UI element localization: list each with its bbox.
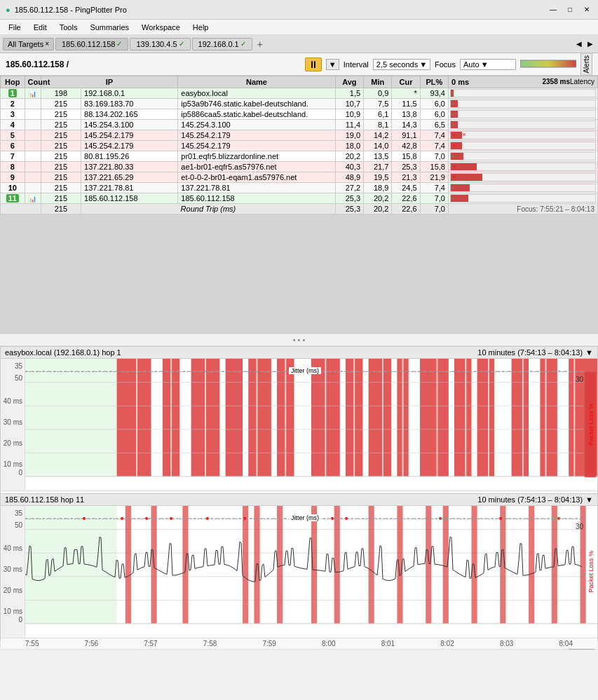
hop-avg: 20,2 <box>335 151 363 162</box>
hop-cur: 42,8 <box>392 141 420 151</box>
tab-185[interactable]: 185.60.112.158 ✓ <box>55 38 128 50</box>
tab-prev-arrow[interactable]: ◀ <box>574 38 584 50</box>
hop-latency-bar: × <box>448 141 597 151</box>
hop-min: 21,7 <box>364 162 392 172</box>
hop-latency-bar: × <box>448 162 597 172</box>
hop-latency-bar: • <box>448 109 597 120</box>
window-title: 185.60.112.158 - PingPlotter Pro <box>15 6 127 14</box>
packet-loss-text-1: Packet Loss % <box>587 404 594 446</box>
hop-cur: 15,8 <box>392 151 420 162</box>
menu-summaries[interactable]: Summaries <box>84 22 135 33</box>
table-row[interactable]: 7 215 80.81.195.26 pr01.eqfr5.blizzardon… <box>1 151 598 162</box>
y-label-40ms: 40 ms <box>4 397 22 405</box>
interval-dropdown-icon[interactable]: ▼ <box>419 60 427 69</box>
hop-bar-icon <box>25 172 41 183</box>
graph-2-canvas <box>25 506 597 638</box>
focus-dropdown-icon[interactable]: ▼ <box>481 60 489 69</box>
hop-num: 10 <box>1 183 25 193</box>
drag-handle[interactable]: • • • <box>0 334 598 346</box>
menu-workspace[interactable]: Workspace <box>136 22 186 33</box>
hop-count: 215 <box>41 162 81 172</box>
tab-192-label: 192.168.0.1 <box>198 40 239 48</box>
hop-latency-bar: • <box>448 88 597 99</box>
packet-loss-label-1: Packet Loss % <box>585 373 597 476</box>
minimize-button[interactable]: — <box>548 4 559 15</box>
graph-1-plot: Jitter (ms) Packet Loss % 30 <box>25 359 597 490</box>
rt-pl: 7,0 <box>420 204 448 214</box>
focus-select[interactable]: Auto ▼ <box>460 59 516 70</box>
hop-cur: 11,5 <box>392 99 420 109</box>
hop-name: 145.254.2.179 <box>178 130 336 141</box>
interval-select[interactable]: 2,5 seconds ▼ <box>373 59 430 70</box>
hop-ip: 145.254.2.179 <box>81 130 178 141</box>
y2-label-0: 0 <box>18 616 22 624</box>
table-row[interactable]: 9 215 137.221.65.29 et-0-0-2-br01-eqam1.… <box>1 172 598 183</box>
packet-loss-label-2: Packet Loss % <box>585 520 597 624</box>
graph-2-expand[interactable]: ▼ <box>585 495 593 504</box>
menu-tools[interactable]: Tools <box>54 22 83 33</box>
graph-1-expand[interactable]: ▼ <box>585 348 593 357</box>
x-axis-label: 7:55 <box>25 640 39 647</box>
hop-min: 13,5 <box>364 151 392 162</box>
maximize-button[interactable]: □ <box>564 4 576 15</box>
hop-name: ip53a9b746.static.kabel-deutschland. <box>178 99 336 109</box>
menu-file[interactable]: File <box>3 22 27 33</box>
x-axis-label: 8:04 <box>559 640 572 647</box>
y-label-20ms: 20 ms <box>4 439 22 447</box>
menu-help[interactable]: Help <box>187 22 215 33</box>
tab-next-arrow[interactable]: ▶ <box>585 38 595 50</box>
all-targets-tab[interactable]: All Targets × <box>3 38 54 50</box>
hop-pl: 15,8 <box>420 162 448 172</box>
y2-label-20ms: 20 ms <box>4 586 22 594</box>
hop-latency-bar: • <box>448 183 597 193</box>
table-row[interactable]: 3 215 88.134.202.165 ip5886caa5.static.k… <box>1 109 598 120</box>
hop-pl: 7,4 <box>420 141 448 151</box>
tab-bar: All Targets × 185.60.112.158 ✓ 139.130.4… <box>0 35 598 53</box>
hop-cur: 21,3 <box>392 172 420 183</box>
window-controls[interactable]: — □ ✕ <box>548 4 592 15</box>
hop-bar-icon <box>25 151 41 162</box>
hop-name: 145.254.3.100 <box>178 120 336 130</box>
interval-label: Interval <box>344 60 369 69</box>
hop-name: pr01.eqfr5.blizzardonline.net <box>178 151 336 162</box>
alerts-button[interactable]: Alerts <box>580 53 592 76</box>
menu-edit[interactable]: Edit <box>28 22 53 33</box>
table-row[interactable]: 5 215 145.254.2.179 145.254.2.179 19,0 1… <box>1 130 598 141</box>
col-name: Name <box>178 76 336 88</box>
graph-2-range: 10 minutes (7:54:13 – 8:04:13) <box>477 495 583 504</box>
hop-ip: 80.81.195.26 <box>81 151 178 162</box>
dropdown-arrow[interactable]: ▼ <box>326 59 339 70</box>
rt-count: 215 <box>41 204 81 214</box>
table-row[interactable]: 2 215 83.169.183.70 ip53a9b746.static.ka… <box>1 99 598 109</box>
add-tab-button[interactable]: + <box>254 38 266 50</box>
empty-workspace <box>0 214 598 334</box>
hop-count: 215 <box>41 151 81 162</box>
y-label-0: 0 <box>18 469 22 476</box>
hop-name: et-0-0-2-br01-eqam1.as57976.net <box>178 172 336 183</box>
table-row[interactable]: 11 📊 215 185.60.112.158 185.60.112.158 2… <box>1 193 598 204</box>
tab-185-label: 185.60.112.158 <box>62 40 115 48</box>
graph-panel-1: easybox.local (192.168.0.1) hop 1 10 min… <box>0 346 598 493</box>
y-label-50: 50 <box>15 374 22 382</box>
hop-ip: 145.254.3.100 <box>81 120 178 130</box>
table-row[interactable]: 10 215 137.221.78.81 137.221.78.81 27,2 … <box>1 183 598 193</box>
tab-192[interactable]: 192.168.0.1 ✓ <box>192 38 252 50</box>
hop-min: 18,9 <box>364 183 392 193</box>
all-targets-close[interactable]: × <box>45 40 49 48</box>
hop-avg: 1,5 <box>335 88 363 99</box>
hop-ip: 185.60.112.158 <box>81 193 178 204</box>
hop-cur: 13,8 <box>392 109 420 120</box>
hop-pl: 7,0 <box>420 193 448 204</box>
rt-spacer <box>1 204 41 214</box>
hop-cur: 91,1 <box>392 130 420 141</box>
tab-139[interactable]: 139.130.4.5 ✓ <box>130 38 190 50</box>
hop-pl: 21,9 <box>420 172 448 183</box>
workspace-title: 185.60.112.158 / <box>6 60 69 69</box>
table-row[interactable]: 1 📊 198 192.168.0.1 easybox.local 1,5 0,… <box>1 88 598 99</box>
table-row[interactable]: 4 215 145.254.3.100 145.254.3.100 11,4 8… <box>1 120 598 130</box>
pause-button[interactable]: ⏸ <box>305 57 322 71</box>
close-button[interactable]: ✕ <box>581 4 592 15</box>
table-row[interactable]: 8 215 137.221.80.33 ae1-br01-eqfr5.as579… <box>1 162 598 172</box>
table-row[interactable]: 6 215 145.254.2.179 145.254.2.179 18,0 1… <box>1 141 598 151</box>
hop-avg: 10,7 <box>335 99 363 109</box>
